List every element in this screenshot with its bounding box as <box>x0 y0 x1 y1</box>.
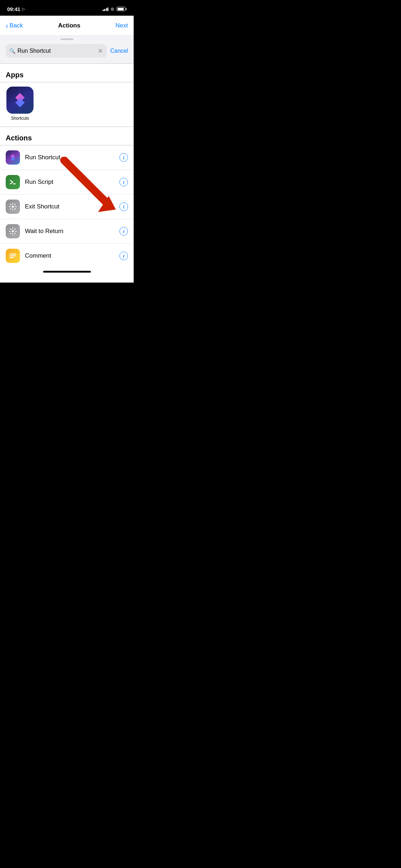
search-icon: 🔍 <box>9 48 15 54</box>
comment-label: Comment <box>25 252 119 259</box>
exit-shortcut-label: Exit Shortcut <box>25 203 119 210</box>
apps-section: Apps <box>0 64 134 126</box>
clear-search-icon[interactable]: ✕ <box>98 47 103 55</box>
sheet-handle <box>61 38 73 40</box>
home-bar <box>43 271 91 273</box>
back-label: Back <box>10 22 23 29</box>
action-run-script[interactable]: Run Script i <box>0 170 134 195</box>
content: Apps <box>0 64 134 268</box>
status-time: 09:41 <box>7 6 20 12</box>
info-icon-2: i <box>123 180 124 185</box>
svg-point-0 <box>12 206 14 208</box>
run-script-logo <box>9 178 17 186</box>
shortcuts-app-icon-wrapper <box>6 87 34 114</box>
comment-icon <box>6 249 20 263</box>
shortcuts-app-label: Shortcuts <box>11 116 29 121</box>
run-script-icon <box>6 175 20 189</box>
run-shortcut-label: Run Shortcut <box>25 154 119 161</box>
run-script-label: Run Script <box>25 179 119 186</box>
wifi-icon: ⊜ <box>110 6 114 12</box>
wait-to-return-icon <box>6 224 20 238</box>
home-indicator <box>0 268 134 283</box>
exit-shortcut-icon <box>6 200 20 214</box>
back-chevron-icon: ‹ <box>6 22 8 29</box>
battery-icon <box>117 7 127 11</box>
wait-to-return-label: Wait to Return <box>25 228 119 235</box>
search-container: 🔍 ✕ Cancel <box>0 44 134 62</box>
nav-title: Actions <box>58 22 80 29</box>
action-run-shortcut[interactable]: Run Shortcut i <box>0 145 134 170</box>
search-input[interactable] <box>17 48 96 54</box>
run-shortcut-info-button[interactable]: i <box>119 153 128 162</box>
actions-section-header: Actions <box>0 127 134 145</box>
signal-bar-3 <box>106 8 107 11</box>
actions-list: Run Shortcut i Run Script i <box>0 145 134 268</box>
action-comment[interactable]: Comment i <box>0 244 134 268</box>
comment-logo <box>9 252 17 260</box>
action-exit-shortcut[interactable]: Exit Shortcut i <box>0 195 134 219</box>
wait-to-return-logo <box>9 227 17 236</box>
comment-info-button[interactable]: i <box>119 252 128 260</box>
wait-to-return-info-button[interactable]: i <box>119 227 128 236</box>
signal-bar-4 <box>107 7 108 11</box>
info-icon-4: i <box>123 229 124 234</box>
cancel-button[interactable]: Cancel <box>110 48 128 54</box>
search-bar[interactable]: 🔍 ✕ <box>6 44 107 58</box>
run-shortcut-icon <box>6 150 20 165</box>
status-bar: 09:41 ▷ ⊜ <box>0 0 134 16</box>
exit-shortcut-logo <box>9 202 17 211</box>
shortcuts-app-item[interactable]: Shortcuts <box>6 87 34 121</box>
exit-shortcut-info-button[interactable]: i <box>119 202 128 211</box>
shortcuts-app-icon <box>6 87 34 114</box>
next-button[interactable]: Next <box>115 22 128 29</box>
actions-section: Actions <box>0 127 134 268</box>
info-icon-3: i <box>123 204 124 210</box>
apps-section-header: Apps <box>0 64 134 82</box>
action-wait-to-return[interactable]: Wait to Return i <box>0 219 134 244</box>
location-icon: ▷ <box>22 7 25 11</box>
signal-bar-1 <box>103 10 104 11</box>
nav-bar: ‹ Back Actions Next <box>0 16 134 36</box>
signal-bar-2 <box>104 9 105 11</box>
info-icon: i <box>123 155 124 160</box>
back-button[interactable]: ‹ Back <box>6 22 23 29</box>
shortcuts-logo-svg <box>11 91 29 109</box>
svg-point-1 <box>12 230 14 232</box>
sheet-area: 🔍 ✕ Cancel <box>0 36 134 63</box>
info-icon-5: i <box>123 253 124 259</box>
apps-list: Shortcuts <box>0 82 134 126</box>
run-shortcut-logo <box>9 153 17 162</box>
page-wrapper: 09:41 ▷ ⊜ ‹ Back Actions Next <box>0 0 134 283</box>
status-icons: ⊜ <box>103 6 127 12</box>
signal-bars <box>103 7 109 11</box>
run-script-info-button[interactable]: i <box>119 178 128 186</box>
